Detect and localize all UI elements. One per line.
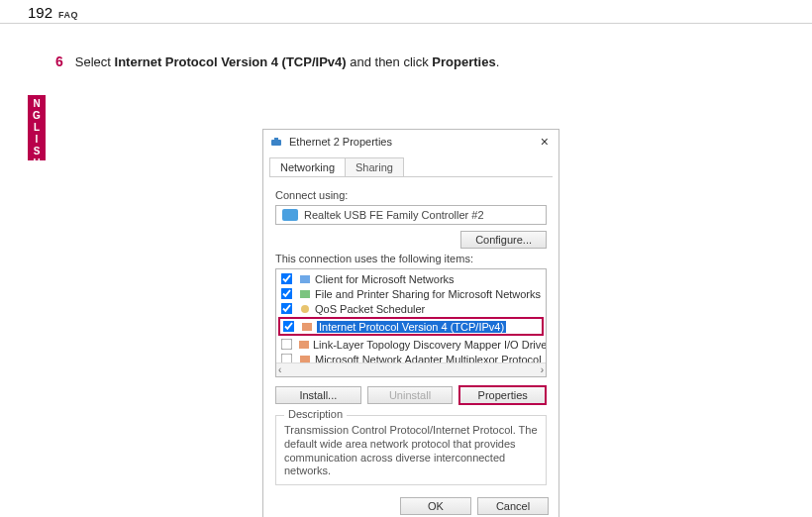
scheduler-icon: [299, 303, 311, 315]
configure-button[interactable]: Configure...: [460, 231, 547, 249]
connection-uses-label: This connection uses the following items…: [275, 253, 547, 264]
protocol-icon: [301, 321, 313, 333]
svg-rect-3: [300, 290, 310, 298]
item-label: Internet Protocol Version 4 (TCP/IPv4): [317, 321, 506, 333]
list-item[interactable]: Internet Protocol Version 4 (TCP/IPv4): [280, 319, 542, 334]
list-item[interactable]: QoS Packet Scheduler: [278, 301, 544, 316]
item-checkbox[interactable]: [281, 303, 293, 315]
scroll-left-icon[interactable]: ‹: [278, 364, 281, 375]
svg-point-4: [301, 305, 309, 313]
highlight-callout: Internet Protocol Version 4 (TCP/IPv4): [278, 317, 544, 336]
list-item[interactable]: Client for Microsoft Networks: [278, 271, 544, 286]
instruction-prefix: Select: [75, 54, 115, 69]
cancel-button[interactable]: Cancel: [477, 497, 549, 515]
description-text: Transmission Control Protocol/Internet P…: [284, 424, 538, 478]
svg-rect-5: [302, 323, 312, 331]
instruction-step: 6 Select Internet Protocol Version 4 (TC…: [55, 53, 812, 69]
language-tab: ENGLISH: [28, 95, 46, 160]
description-label: Description: [284, 408, 347, 420]
ok-button[interactable]: OK: [400, 497, 471, 515]
items-listbox[interactable]: Client for Microsoft Networks File and P…: [275, 268, 547, 377]
page-section-label: FAQ: [58, 10, 78, 20]
driver-icon: [299, 339, 309, 351]
client-icon: [299, 273, 311, 285]
uninstall-button: Uninstall: [367, 386, 454, 404]
tab-sharing[interactable]: Sharing: [345, 157, 404, 176]
instruction-suffix: .: [496, 54, 500, 69]
titlebar: Ethernet 2 Properties ×: [263, 130, 558, 154]
instruction-bold-1: Internet Protocol Version 4 (TCP/IPv4): [115, 54, 347, 69]
svg-rect-2: [300, 275, 310, 283]
scrollbar-horizontal[interactable]: ‹ ›: [276, 362, 546, 376]
list-item[interactable]: File and Printer Sharing for Microsoft N…: [278, 286, 544, 301]
connect-using-label: Connect using:: [275, 189, 547, 201]
close-button[interactable]: ×: [537, 134, 553, 150]
item-label: QoS Packet Scheduler: [315, 303, 425, 315]
dialog-title: Ethernet 2 Properties: [289, 136, 537, 148]
instruction-bold-2: Properties: [432, 54, 495, 69]
item-label: Client for Microsoft Networks: [315, 273, 455, 285]
adapter-name: Realtek USB FE Family Controller #2: [304, 209, 484, 221]
instruction-mid: and then click: [347, 54, 433, 69]
properties-dialog: Ethernet 2 Properties × Networking Shari…: [262, 129, 559, 517]
properties-button[interactable]: Properties: [458, 385, 547, 405]
item-checkbox[interactable]: [281, 288, 293, 300]
item-checkbox[interactable]: [283, 321, 295, 333]
page-header: 192 FAQ: [0, 0, 812, 24]
install-button[interactable]: Install...: [275, 386, 361, 404]
svg-rect-6: [299, 341, 309, 349]
description-group: Description Transmission Control Protoco…: [275, 415, 547, 485]
share-icon: [299, 288, 311, 300]
item-label: Link-Layer Topology Discovery Mapper I/O…: [313, 339, 547, 351]
svg-rect-1: [274, 138, 278, 141]
instruction-text: Select Internet Protocol Version 4 (TCP/…: [75, 54, 499, 69]
scroll-right-icon[interactable]: ›: [541, 364, 544, 375]
list-item[interactable]: Link-Layer Topology Discovery Mapper I/O…: [278, 337, 544, 352]
adapter-icon: [282, 209, 298, 221]
tab-networking[interactable]: Networking: [269, 157, 346, 176]
step-number: 6: [55, 53, 63, 69]
page-number: 192: [28, 4, 52, 21]
item-checkbox[interactable]: [281, 339, 293, 351]
item-checkbox[interactable]: [281, 273, 293, 285]
item-label: File and Printer Sharing for Microsoft N…: [315, 288, 541, 300]
ethernet-icon: [269, 135, 283, 149]
tabs-row: Networking Sharing: [263, 157, 558, 176]
adapter-field[interactable]: Realtek USB FE Family Controller #2: [275, 205, 547, 225]
